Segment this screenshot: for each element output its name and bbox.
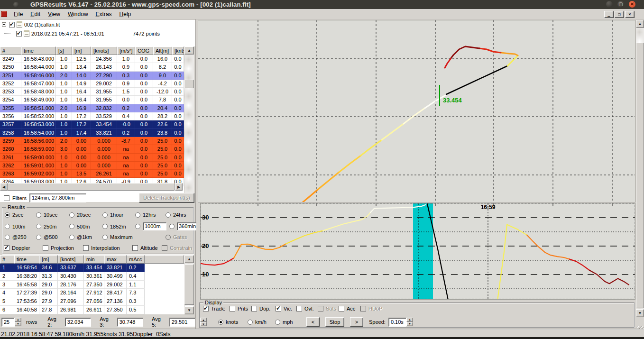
-1km-radio[interactable]	[69, 235, 74, 240]
doppler-checkbox[interactable]	[4, 245, 9, 251]
column-header[interactable]: #	[0, 255, 14, 264]
column-header[interactable]: [s]	[56, 46, 72, 55]
table-row[interactable]: 324916:58:43.0001.012.524.3561.00.016.00…	[0, 55, 184, 63]
altitude-checkbox[interactable]	[132, 245, 138, 251]
table-row[interactable]: 325016:58:44.0001.013.426.1430.90.08.20.…	[0, 63, 184, 71]
filters-checkbox[interactable]	[4, 195, 9, 201]
table-row[interactable]: 325316:58:48.0001.016.431.9551.50.0-12.0…	[0, 88, 184, 96]
menu-extras[interactable]: Extras	[92, 9, 116, 19]
10sec-radio[interactable]	[36, 212, 41, 218]
delete-trackpoints-button[interactable]: Delete Trackpoint(s)	[139, 193, 194, 203]
document-window-icon[interactable]	[1, 11, 7, 17]
column-header[interactable]: [m/s²]	[117, 46, 135, 55]
constrain-checkbox[interactable]	[162, 245, 167, 251]
table-row[interactable]: 326316:59:02.0001.013.526.261na0.025.00.…	[0, 170, 184, 178]
table-row[interactable]: 325616:58:52.0001.017.233.5290.40.028.20…	[0, 112, 184, 120]
track--checkbox[interactable]	[203, 306, 209, 312]
column-header[interactable]: [knots]	[91, 46, 117, 55]
-250-radio[interactable]	[5, 235, 10, 240]
minimize-button[interactable]: −	[606, 1, 613, 8]
speed-graph-plot[interactable]: 30201016:59	[200, 203, 635, 300]
menu-file[interactable]: File	[10, 9, 27, 19]
tree-root-checkbox[interactable]	[9, 22, 15, 27]
hdop-checkbox[interactable]	[360, 306, 366, 312]
table-row[interactable]: 325816:58:54.0001.017.433.8210.20.023.80…	[0, 129, 184, 137]
maximize-button[interactable]: ▢	[617, 1, 624, 8]
right-scrollbar-thumb[interactable]	[636, 43, 644, 308]
1000m-radio[interactable]	[135, 224, 140, 229]
table-row[interactable]: 325416:58:49.0001.016.431.9550.00.07.80.…	[0, 96, 184, 104]
column-header[interactable]: min	[84, 255, 104, 264]
right-scroll-down-button[interactable]: ▼	[636, 309, 644, 317]
interpolation-checkbox[interactable]	[83, 245, 89, 251]
results-scroll-up-button[interactable]: ▲	[184, 255, 194, 263]
table-row[interactable]: 326016:58:59.0003.00.000.000na0.025.00.0	[0, 145, 184, 153]
graph-spin-down[interactable]: ▼	[200, 322, 207, 326]
acc-checkbox[interactable]	[339, 306, 344, 312]
rows-spin-up[interactable]: ▲	[15, 318, 21, 322]
table-row[interactable]: 325516:58:51.0002.016.932.8320.20.020.40…	[0, 104, 184, 112]
maximum-radio[interactable]	[102, 235, 108, 240]
column-header[interactable]: [knts]	[172, 46, 184, 55]
rows-spin-down[interactable]: ▼	[15, 322, 21, 326]
table-row[interactable]: 325716:58:53.0001.017.233.454-0.00.022.6…	[0, 120, 184, 128]
-500-radio[interactable]	[36, 235, 41, 240]
projection-checkbox[interactable]	[43, 245, 48, 251]
column-header[interactable]: [m]	[72, 46, 91, 55]
speed-interval-input[interactable]: 0.10s	[388, 318, 406, 327]
results-scrollbar-thumb[interactable]	[184, 264, 194, 305]
menu-window[interactable]: Window	[64, 9, 92, 19]
avg3-value[interactable]: 30.748	[117, 318, 143, 327]
right-scroll-up-button[interactable]: ▲	[636, 20, 644, 28]
menu-view[interactable]: View	[44, 9, 64, 19]
2sec-radio[interactable]	[5, 212, 10, 218]
100m-radio[interactable]	[5, 224, 10, 229]
table-row[interactable]: 116:58:5434.633.63733.45433.8210.2	[0, 264, 184, 272]
360min-radio[interactable]	[169, 224, 175, 229]
stop-button[interactable]: Stop	[325, 317, 344, 327]
vic--checkbox[interactable]	[276, 306, 281, 312]
pnts-checkbox[interactable]	[230, 306, 235, 312]
column-header[interactable]: time	[14, 255, 39, 264]
menu-edit[interactable]: Edit	[27, 9, 44, 19]
ovl--checkbox[interactable]	[296, 306, 302, 312]
tree-session-checkbox[interactable]	[16, 31, 22, 37]
column-header[interactable]: [m]	[39, 255, 58, 264]
step-forward-button[interactable]: >	[350, 317, 363, 327]
1000m-input[interactable]: 1000m	[143, 222, 166, 230]
avg5-value[interactable]: 29.501	[169, 318, 195, 327]
table-row[interactable]: 325116:58:46.0002.014.027.2900.30.09.00.…	[0, 72, 184, 80]
tree-session-label[interactable]: 2018.02.21 05:47:21 - 08:51:01	[31, 31, 104, 37]
filters-input[interactable]: 124min, 27.800km	[29, 193, 86, 202]
tree-session-row[interactable]: 2018.02.21 05:47:21 - 08:51:01 7472 poin…	[0, 29, 195, 38]
speed-spin-down[interactable]: ▼	[406, 322, 413, 326]
table-row[interactable]: 216:38:2031.330.43030.36130.4990.4	[0, 272, 184, 281]
tree-root-row[interactable]: 002 (1)callan.fit	[0, 20, 195, 29]
column-header[interactable]: max	[104, 255, 127, 264]
menu-help[interactable]: Help	[116, 9, 135, 19]
table-row[interactable]: 326116:59:00.0001.00.000.000na0.025.00.0	[0, 154, 184, 162]
column-header[interactable]: #	[0, 46, 21, 55]
tree-collapse-icon[interactable]	[2, 22, 6, 27]
24hrs-radio[interactable]	[166, 212, 171, 218]
rows-count-input[interactable]: 25	[1, 318, 15, 327]
track-map-plot[interactable]: 33.454	[198, 20, 635, 202]
table-hscrollbar-thumb[interactable]	[8, 183, 175, 191]
1hour-radio[interactable]	[102, 212, 108, 218]
mph-radio[interactable]	[275, 320, 280, 325]
tree-root-label[interactable]: 002 (1)callan.fit	[24, 22, 60, 27]
table-scrollbar-track[interactable]	[184, 55, 194, 194]
1852m-radio[interactable]	[102, 224, 108, 229]
column-header[interactable]: [knots]	[58, 255, 84, 264]
table-row[interactable]: 316:45:5829.028.17627.35029.0021.1	[0, 281, 184, 289]
knots-radio[interactable]	[218, 320, 223, 325]
table-row[interactable]: 417:27:3929.028.16427.91228.4177.3	[0, 289, 184, 297]
mdi-restore-button[interactable]: ❐	[615, 11, 624, 18]
column-header[interactable]: mAcc	[127, 255, 145, 264]
mdi-close-button[interactable]: ×	[625, 11, 635, 18]
close-button[interactable]: ✕	[629, 1, 635, 8]
500m-radio[interactable]	[69, 224, 74, 229]
360min-input[interactable]: 360min	[177, 222, 199, 230]
column-header[interactable]: Alt[m]	[153, 46, 172, 55]
column-header[interactable]: time	[21, 46, 56, 55]
